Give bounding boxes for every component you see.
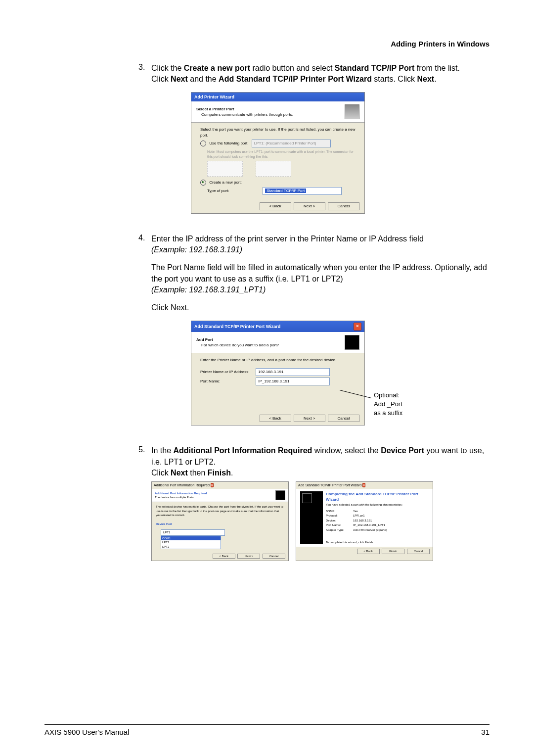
dlg1-cancel-button[interactable]: Cancel <box>328 202 359 210</box>
create-new-label: Create a new port: <box>209 180 242 185</box>
use-existing-label: Use the following port: <box>209 141 248 145</box>
dlg4-back-button[interactable]: < Back <box>357 549 380 554</box>
step4-example2: (Example: 192.168.3.191_LPT1) <box>151 284 490 295</box>
dlg1-header-sub: Computers communicate with printers thro… <box>201 112 293 117</box>
step4-line2: The Port Name field will be filled in au… <box>151 262 490 284</box>
dlg4-header-bold: Completing the Add Standard TCP/IP Print… <box>326 491 429 502</box>
dlg2-header-sub: For which device do you want to add a po… <box>201 342 279 348</box>
section-header: Adding Printers in Windows <box>138 40 490 48</box>
dlg4-title: Add Standard TCP/IP Printer Port Wizard <box>298 483 361 487</box>
dlg4-header-sub: You have selected a port with the follow… <box>326 503 429 507</box>
step4-example1: (Example: 192.168.3.191) <box>151 244 490 255</box>
dlg3-next-button[interactable]: Next > <box>237 554 260 559</box>
additional-port-info-dialog: Additional Port Information Required × A… <box>151 481 289 561</box>
step5-line1: In the Additional Port Information Requi… <box>151 445 490 468</box>
dlg4-cancel-button[interactable]: Cancel <box>407 549 430 554</box>
network-printer-icon <box>275 490 285 500</box>
dlg1-titlebar: Add Printer Wizard <box>191 93 364 102</box>
annotation-text: Optional: Add _Port as a suffix <box>374 391 402 418</box>
network-printer-icon <box>302 493 312 503</box>
dlg2-cancel-button[interactable]: Cancel <box>328 415 359 422</box>
device-port-options[interactable]: COM1 LPT1 LPT2 <box>161 536 221 549</box>
step5-line2: Click Next then Finish. <box>151 468 490 478</box>
dlg4-titlebar: Add Standard TCP/IP Printer Port Wizard … <box>296 482 433 489</box>
completing-wizard-dialog: Add Standard TCP/IP Printer Port Wizard … <box>296 481 433 561</box>
step3-num: 3. <box>138 63 151 225</box>
dlg4-close-icon[interactable]: × <box>362 483 365 487</box>
port-type-label: Type of port: <box>207 188 262 193</box>
step4-line1: Enter the IP address of the print server… <box>151 234 490 244</box>
connector-illustration-2 <box>256 161 291 177</box>
add-printer-wizard-dialog: Add Printer Wizard Select a Printer Port… <box>191 92 365 214</box>
dlg3-back-button[interactable]: < Back <box>213 554 235 559</box>
footer-page-number: 31 <box>481 728 490 736</box>
dlg4-finish-button[interactable]: Finish <box>382 549 404 554</box>
existing-port-select[interactable]: LPT1: (Recommended Printer Port) <box>252 140 331 147</box>
dlg2-intro: Enter the Printer Name or IP address, an… <box>200 357 356 363</box>
footer-left: AXIS 5900 User's Manual <box>44 728 129 736</box>
dlg1-intro: Select the port you want your printer to… <box>200 127 356 138</box>
addr-label: Printer Name or IP Address: <box>200 369 255 375</box>
dlg2-back-button[interactable]: < Back <box>260 415 291 422</box>
port-name-label: Port Name: <box>200 378 255 384</box>
dlg3-header-bold: Additional Port Information Required <box>155 491 207 495</box>
dlg3-intro: The selected device has multiple ports. … <box>156 505 284 517</box>
dlg4-complete: To complete this wizard, click Finish. <box>326 540 429 544</box>
connector-illustration-1 <box>207 161 243 177</box>
use-existing-port-radio[interactable] <box>200 141 206 146</box>
addr-input[interactable]: 192.168.3.191 <box>256 368 330 376</box>
dlg2-next-button[interactable]: Next > <box>294 415 325 422</box>
port-name-input[interactable]: IP_192.168.3.191 <box>256 378 330 385</box>
dlg3-title: Additional Port Information Required <box>154 483 210 487</box>
step4-num: 4. <box>138 234 151 437</box>
dlg2-title: Add Standard TCP/IP Printer Port Wizard <box>194 324 280 330</box>
create-new-port-radio[interactable] <box>200 180 206 186</box>
step5-num: 5. <box>138 445 151 561</box>
dlg1-next-button[interactable]: Next > <box>294 202 325 210</box>
dlg2-titlebar: Add Standard TCP/IP Printer Port Wizard … <box>191 321 364 332</box>
network-printer-icon <box>345 335 359 350</box>
add-port-wizard-dialog: Add Standard TCP/IP Printer Port Wizard … <box>191 321 365 425</box>
step3-line2: Click Next and the Add Standard TCP/IP P… <box>151 74 490 85</box>
port-type-select[interactable]: Standard TCP/IP Port <box>263 187 342 195</box>
dlg1-title: Add Printer Wizard <box>194 94 234 100</box>
dlg1-note: Note: Most computers use the LPT1: port … <box>207 149 356 159</box>
dlg1-back-button[interactable]: < Back <box>260 202 291 210</box>
dlg3-titlebar: Additional Port Information Required × <box>152 482 288 489</box>
dlg3-cancel-button[interactable]: Cancel <box>263 554 285 559</box>
dlg3-close-icon[interactable]: × <box>211 483 214 487</box>
step3-line1: Click the Create a new port radio button… <box>151 63 490 74</box>
dlg1-header-bold: Select a Printer Port <box>196 106 293 112</box>
device-port-label: Device Port <box>156 522 284 526</box>
device-port-select[interactable]: LPT1 <box>161 529 225 536</box>
dlg2-header-bold: Add Port <box>196 337 279 342</box>
dlg3-header-sub: The device has multiple Ports. <box>155 495 207 499</box>
dlg2-close-icon[interactable]: × <box>354 323 361 331</box>
printer-icon <box>345 104 359 119</box>
step4-line3: Click Next. <box>151 302 490 313</box>
